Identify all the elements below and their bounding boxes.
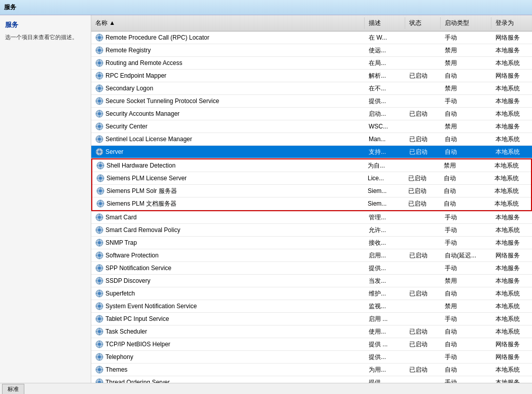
cell-login: 本地服务 (491, 95, 532, 107)
cell-name: Telephony (91, 351, 365, 363)
svg-point-61 (99, 164, 102, 167)
table-row[interactable]: Secondary Logon 在不... 禁用 本地系统 (91, 82, 532, 95)
service-icon (95, 226, 103, 234)
cell-login: 网络服务 (491, 249, 532, 261)
service-icon (96, 200, 104, 208)
header-desc[interactable]: 描述 (365, 17, 405, 29)
service-name: Server (105, 147, 123, 156)
service-icon (95, 340, 103, 348)
table-row[interactable]: SPP Notification Service 提供... 手动 本地服务 (91, 262, 532, 275)
service-icon (95, 122, 103, 130)
cell-startup: 禁用 (441, 44, 491, 56)
left-panel: 服务 选一个项目来查看它的描述。 (0, 15, 91, 383)
table-row[interactable]: SNMP Trap 接收... 手动 本地服务 (91, 237, 532, 249)
table-row[interactable]: TCP/IP NetBIOS Helper 提供 ... 已启动 自动 网络服务 (91, 338, 532, 351)
left-panel-description: 选一个项目来查看它的描述。 (5, 34, 86, 41)
service-icon (96, 187, 104, 195)
table-row[interactable]: Siemens PLM License Server Lice... 已启动 自… (92, 172, 531, 185)
table-row[interactable]: Siemens PLM Solr 服务器 Siem... 已启动 自动 本地系统 (92, 185, 531, 198)
cell-status: 已启动 (405, 338, 441, 350)
header-login[interactable]: 登录为 (491, 17, 532, 29)
cell-startup: 禁用 (441, 82, 491, 94)
cell-name: Tablet PC Input Service (91, 313, 365, 325)
table-row[interactable]: Security Center WSC... 禁用 本地服务 (91, 120, 532, 133)
service-icon (95, 289, 103, 298)
svg-point-91 (98, 228, 101, 232)
cell-desc: 在不... (365, 82, 405, 94)
standard-tab[interactable]: 标准 (2, 384, 24, 394)
table-row[interactable]: SSDP Discovery 当发... 禁用 本地服务 (91, 275, 532, 287)
header-status[interactable]: 状态 (405, 17, 441, 29)
table-row[interactable]: Security Accounts Manager 启动... 已启动 自动 本… (91, 108, 532, 120)
table-body[interactable]: Remote Procedure Call (RPC) Locator 在 W.… (91, 31, 532, 383)
cell-startup: 自动 (441, 287, 491, 300)
cell-desc: 允许... (365, 224, 405, 236)
cell-desc: 提供... (365, 376, 405, 383)
table-row[interactable]: Shell Hardware Detection 为自... 禁用 本地系统 (92, 159, 531, 172)
service-icon (95, 302, 103, 310)
cell-desc: 解析... (365, 70, 405, 82)
cell-name: System Event Notification Service (91, 300, 365, 312)
cell-status (405, 95, 441, 107)
cell-startup: 手动 (441, 211, 491, 223)
cell-name: Superfetch (91, 287, 365, 300)
table-row[interactable]: System Event Notification Service 监视... … (91, 300, 532, 313)
table-row[interactable]: Remote Procedure Call (RPC) Locator 在 W.… (91, 31, 532, 44)
cell-login: 本地系统 (491, 108, 532, 120)
svg-point-121 (98, 292, 101, 295)
svg-point-55 (98, 150, 101, 153)
table-row[interactable]: Sentinel Local License Manager Man... 已启… (91, 133, 532, 146)
table-row[interactable]: RPC Endpoint Mapper 解析... 已启动 自动 网络服务 (91, 70, 532, 82)
cell-status (405, 57, 441, 69)
cell-status: 已启动 (404, 198, 440, 210)
cell-startup: 禁用 (441, 57, 491, 69)
table-row[interactable]: Thread Ordering Server 提供... 手动 本地服务 (91, 376, 532, 383)
cell-desc: 使用... (365, 325, 405, 338)
cell-desc: 管理... (365, 211, 405, 223)
cell-startup: 手动 (441, 376, 491, 383)
window-title: 服务 (4, 3, 16, 12)
service-name: Siemens PLM 文档服务器 (107, 199, 176, 208)
svg-point-1 (98, 36, 101, 39)
cell-login: 本地服务 (491, 44, 532, 56)
header-name[interactable]: 名称 ▲ (91, 17, 365, 29)
table-row[interactable]: Smart Card Removal Policy 允许... 手动 本地系统 (91, 224, 532, 237)
cell-startup: 手动 (441, 237, 491, 249)
cell-name: Secure Socket Tunneling Protocol Service (91, 95, 365, 107)
service-icon (95, 135, 103, 143)
table-row[interactable]: Remote Registry 使远... 禁用 本地服务 (91, 44, 532, 57)
cell-startup: 禁用 (441, 275, 491, 287)
cell-startup: 手动 (441, 31, 491, 44)
cell-desc: Siem... (364, 185, 404, 197)
cell-desc: 支持... (365, 146, 405, 158)
header-startup[interactable]: 启动类型 (441, 17, 491, 29)
table-row[interactable]: Telephony 提供... 手动 网络服务 (91, 351, 532, 364)
table-row[interactable]: Software Protection 启用... 已启动 自动(延迟... 网… (91, 249, 532, 262)
table-row[interactable]: Routing and Remote Access 在局... 禁用 本地系统 (91, 57, 532, 70)
cell-login: 本地系统 (491, 300, 532, 312)
table-row[interactable]: Server 支持... 已启动 自动 本地系统 (91, 146, 532, 158)
cell-login: 本地系统 (490, 198, 531, 210)
table-row[interactable]: Siemens PLM 文档服务器 Siem... 已启动 自动 本地系统 (92, 198, 531, 210)
cell-status (405, 300, 441, 312)
cell-status (405, 31, 441, 44)
service-name: Security Accounts Manager (105, 109, 180, 118)
cell-name: Software Protection (91, 249, 365, 261)
cell-status: 已启动 (405, 364, 441, 376)
table-row[interactable]: Superfetch 维护... 已启动 自动 本地系统 (91, 287, 532, 300)
table-row[interactable]: Task Scheduler 使用... 已启动 自动 本地系统 (91, 325, 532, 338)
cell-desc: 启动... (365, 108, 405, 120)
table-row[interactable]: Secure Socket Tunneling Protocol Service… (91, 95, 532, 108)
table-row[interactable]: Themes 为用... 已启动 自动 本地系统 (91, 364, 532, 376)
cell-status: 已启动 (405, 325, 441, 338)
table-row[interactable]: Tablet PC Input Service 启用 ... 手动 本地系统 (91, 313, 532, 325)
cell-startup: 自动 (440, 172, 490, 184)
table-row[interactable]: Smart Card 管理... 手动 本地服务 (91, 211, 532, 224)
cell-name: Thread Ordering Server (91, 376, 365, 383)
service-name: SPP Notification Service (105, 264, 171, 273)
service-icon (95, 59, 103, 67)
service-name: Superfetch (105, 289, 135, 298)
cell-name: Security Accounts Manager (91, 108, 365, 120)
cell-startup: 自动 (441, 133, 491, 145)
cell-desc: 在 W... (365, 31, 405, 44)
